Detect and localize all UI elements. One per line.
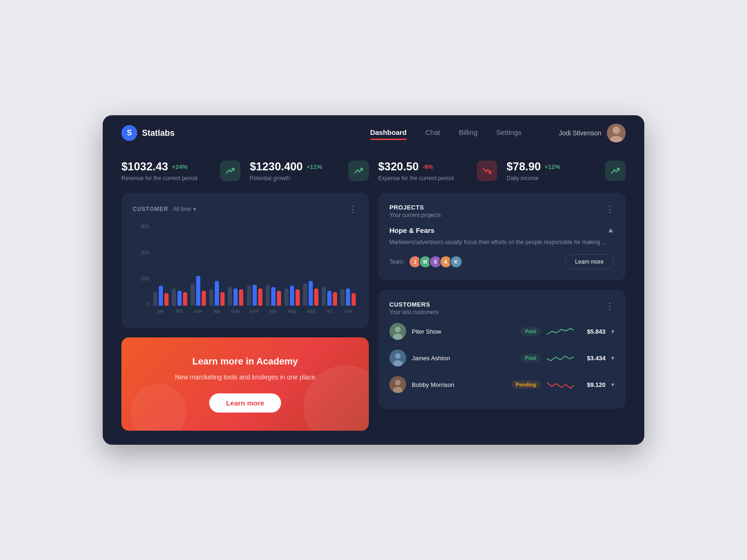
header: S Statlabs Dashboard Chat Billing Settin… — [103, 115, 644, 151]
bar-orange-jan — [164, 293, 169, 306]
bars-nov — [340, 224, 356, 306]
bar-label-mar: mar — [194, 308, 202, 314]
bar-label-july: july — [270, 308, 277, 314]
main-content: $1032.43 +24% Revenue for the current pe… — [103, 151, 644, 445]
user-avatar[interactable] — [607, 124, 626, 142]
bar-group-oct: oct — [320, 224, 339, 317]
main-nav: Dashboard Chat Billing Settings — [370, 128, 521, 138]
y-label-0: 0 — [146, 302, 149, 308]
svg-point-1 — [613, 126, 620, 134]
promo-card: Learn more in Academy New marcketing too… — [121, 337, 369, 431]
user-area: Jodi Stivenson — [559, 124, 626, 142]
customer-expand-bobby[interactable]: ▾ — [611, 381, 614, 388]
bar-label-june: june — [250, 308, 259, 314]
bars-oct — [322, 224, 337, 306]
chart-title: CUSTOMER — [133, 206, 168, 212]
stat-change-expense: -9% — [423, 163, 433, 170]
chart-bars-area: jan feb mar apr — [151, 224, 358, 317]
bar-orange-may — [239, 289, 243, 306]
customer-status-piter: Paid — [521, 327, 541, 336]
projects-menu-button[interactable]: ⋮ — [606, 204, 614, 214]
project-description: Marketers/advertisers usually focus thei… — [389, 238, 614, 247]
bars-feb — [172, 224, 187, 306]
bar-orange-nov — [352, 293, 356, 306]
projects-header: PROJECTS Your current projects ⋮ — [389, 204, 614, 218]
customer-amount-bobby: $9.120 — [580, 381, 606, 388]
bar-group-apr: apr — [208, 224, 226, 317]
customer-expand-piter[interactable]: ▾ — [611, 328, 614, 335]
bar-label-feb: feb — [176, 308, 183, 314]
customer-chart-piter — [546, 326, 574, 337]
stat-change-income: +12% — [544, 163, 560, 170]
nav-item-billing[interactable]: Billing — [459, 128, 478, 138]
bar-group-feb: feb — [170, 224, 189, 317]
projects-title: PROJECTS — [389, 204, 441, 211]
bar-blue-june — [253, 285, 257, 306]
chevron-down-icon: ▾ — [193, 206, 196, 212]
bar-blue-july — [271, 287, 275, 306]
stat-label-expense: Expense for the current period — [378, 175, 453, 182]
nav-item-settings[interactable]: Settings — [496, 128, 521, 138]
stat-icon-revenue — [220, 161, 240, 181]
bar-group-nov: nov — [339, 224, 358, 317]
project-title-text: Hope & Fears — [389, 226, 435, 234]
chart-y-labels: 300 200 100 0 — [133, 224, 149, 308]
bars-apr — [209, 224, 225, 306]
bar-gray-feb — [172, 288, 176, 306]
stat-card-income: $78.90 +12% Daily income — [507, 160, 626, 182]
bar-group-july: july — [264, 224, 282, 317]
nav-item-dashboard[interactable]: Dashboard — [370, 128, 407, 138]
bar-blue-oct — [327, 291, 331, 306]
bottom-section: CUSTOMER All time ▾ ⋮ 300 200 100 — [121, 193, 626, 431]
stat-card-revenue: $1032.43 +24% Revenue for the current pe… — [121, 160, 240, 182]
customer-chart-james — [546, 352, 574, 364]
bars-may — [228, 224, 243, 306]
right-column: PROJECTS Your current projects ⋮ Hope & … — [378, 193, 626, 431]
bars-mar — [190, 224, 206, 306]
chart-header: CUSTOMER All time ▾ ⋮ — [133, 204, 358, 214]
project-collapse-button[interactable]: ▲ — [607, 226, 614, 234]
customer-name-piter: Piter Show — [412, 328, 515, 335]
bar-group-mar: mar — [189, 224, 207, 317]
bar-group-aug: aug — [282, 224, 301, 317]
bar-orange-oct — [333, 292, 337, 306]
customer-amount-piter: $5.843 — [580, 328, 606, 335]
y-label-300: 300 — [141, 224, 149, 229]
bar-group-sept: sept — [302, 224, 320, 317]
app-name: Statlabs — [142, 128, 175, 138]
bar-label-nov: nov — [345, 308, 352, 314]
promo-learn-more-button[interactable]: Learn more — [209, 393, 281, 413]
svg-point-7 — [395, 353, 401, 359]
bar-label-may: may — [231, 308, 240, 314]
chart-filter-button[interactable]: All time ▾ — [173, 206, 196, 212]
team-section: Team: J M S A K — [389, 255, 460, 268]
customer-status-james: Paid — [521, 354, 541, 362]
customer-expand-james[interactable]: ▾ — [611, 354, 614, 362]
y-label-200: 200 — [141, 250, 149, 255]
bar-blue-apr — [215, 281, 219, 306]
logo-icon: S — [121, 125, 137, 141]
stat-label-growth: Potential growth — [250, 175, 322, 182]
project-item: Hope & Fears ▲ Marketers/advertisers usu… — [389, 226, 614, 269]
stats-row: $1032.43 +24% Revenue for the current pe… — [121, 155, 626, 182]
stat-label-revenue: Revenue for the current period — [121, 175, 197, 182]
bar-blue-may — [233, 288, 238, 306]
svg-point-10 — [395, 380, 401, 385]
bar-blue-jan — [159, 286, 163, 306]
bar-blue-aug — [290, 286, 294, 306]
bar-orange-june — [258, 288, 262, 306]
customers-menu-button[interactable]: ⋮ — [606, 301, 614, 311]
bar-gray-oct — [322, 287, 326, 306]
bars-july — [266, 224, 281, 306]
stat-card-expense: $320.50 -9% Expense for the current peri… — [378, 160, 497, 182]
bar-group-may: may — [226, 224, 245, 317]
bar-gray-july — [266, 285, 270, 306]
bar-label-jan: jan — [157, 308, 163, 314]
project-learn-more-button[interactable]: Learn more — [564, 254, 614, 269]
bar-label-oct: oct — [326, 308, 332, 314]
chart-menu-button[interactable]: ⋮ — [349, 204, 358, 214]
nav-item-chat[interactable]: Chat — [425, 128, 440, 138]
bar-gray-mar — [190, 283, 195, 306]
bar-gray-sept — [303, 283, 307, 306]
bar-group-june: june — [245, 224, 264, 317]
